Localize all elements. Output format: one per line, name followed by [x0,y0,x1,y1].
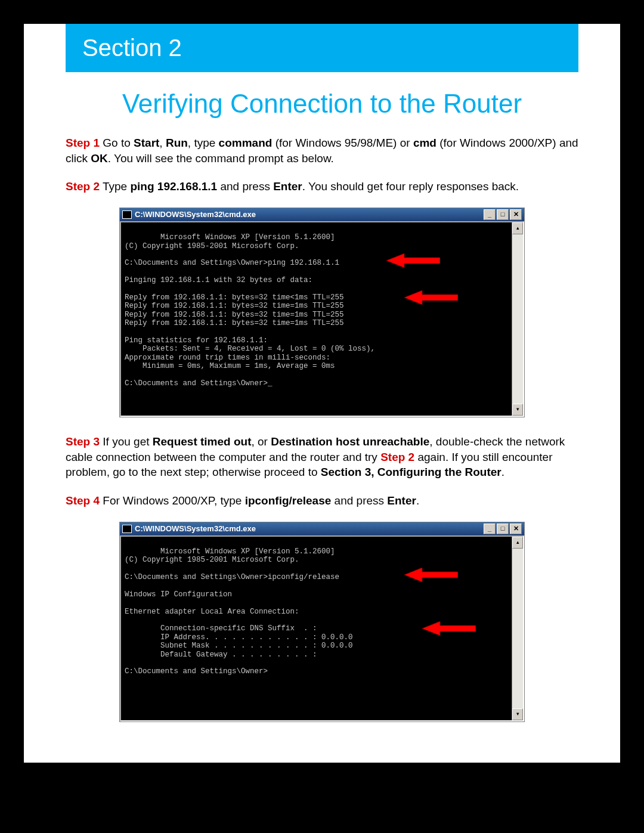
console-output: Microsoft Windows XP [Version 5.1.2600] … [121,222,512,416]
document-page: Section 2 Verifying Connection to the Ro… [24,24,620,763]
cmd-icon [122,525,132,533]
step-1-text: Step 1 Go to Start, Run, type command (f… [66,135,578,166]
scroll-down-button[interactable]: ▾ [512,708,523,720]
scroll-up-button[interactable]: ▴ [512,537,523,549]
cmd-window-ping: C:\WINDOWS\System32\cmd.exe _ □ ✕ Micros… [119,208,525,417]
scroll-track[interactable] [512,234,523,404]
scrollbar[interactable]: ▴ ▾ [512,537,523,720]
step-4-label: Step 4 [66,494,100,507]
scrollbar[interactable]: ▴ ▾ [512,222,523,416]
arrow-icon [360,559,413,574]
step-2-text: Step 2 Type ping 192.168.1.1 and press E… [66,179,578,194]
arrow-icon [377,613,431,627]
step-3-label: Step 3 [66,435,100,448]
svg-marker-3 [422,621,476,636]
svg-marker-2 [404,568,458,582]
step-3-text: Step 3 If you get Request timed out, or … [66,434,578,480]
minimize-button[interactable]: _ [484,524,496,534]
scroll-down-button[interactable]: ▾ [512,404,523,416]
console-text: Microsoft Windows XP [Version 5.1.2600] … [125,547,353,676]
cmd-window-ipconfig: C:\WINDOWS\System32\cmd.exe _ □ ✕ Micros… [119,522,525,722]
arrow-icon [360,282,413,296]
step-4-text: Step 4 For Windows 2000/XP, type ipconfi… [66,493,578,509]
scroll-track[interactable] [512,549,523,708]
cmd-title-text: C:\WINDOWS\System32\cmd.exe [135,210,484,219]
scroll-up-button[interactable]: ▴ [512,222,523,234]
minimize-button[interactable]: _ [484,209,496,220]
section-banner: Section 2 [66,24,578,72]
step-2-label: Step 2 [66,180,100,193]
arrow-icon [342,245,395,259]
maximize-button[interactable]: □ [497,524,509,534]
console-wrap: Microsoft Windows XP [Version 5.1.2600] … [120,535,524,721]
console-text: Microsoft Windows XP [Version 5.1.2600] … [125,233,375,387]
cmd-title-text: C:\WINDOWS\System32\cmd.exe [135,524,484,533]
close-button[interactable]: ✕ [510,524,522,534]
console-output: Microsoft Windows XP [Version 5.1.2600] … [121,537,512,720]
svg-marker-1 [404,290,458,305]
cmd-icon [122,210,132,219]
page-title: Verifying Connection to the Router [66,89,578,119]
cmd-titlebar: C:\WINDOWS\System32\cmd.exe _ □ ✕ [120,208,524,221]
console-wrap: Microsoft Windows XP [Version 5.1.2600] … [120,221,524,417]
close-button[interactable]: ✕ [510,209,522,220]
cmd-titlebar: C:\WINDOWS\System32\cmd.exe _ □ ✕ [120,522,524,535]
svg-marker-0 [386,253,440,268]
maximize-button[interactable]: □ [497,209,509,220]
step-1-label: Step 1 [66,137,100,149]
